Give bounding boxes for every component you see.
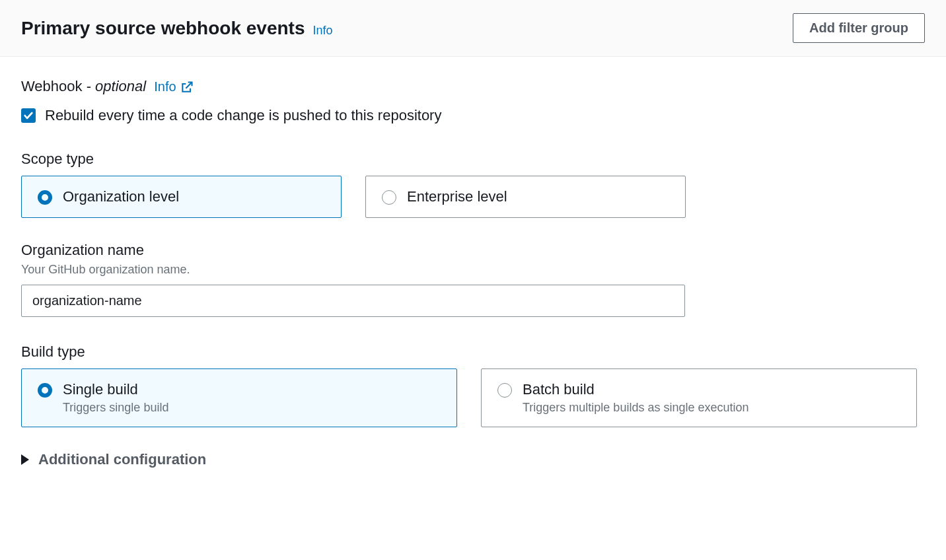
scope-type-label: Scope type <box>21 151 925 168</box>
webhook-label-optional: optional <box>95 78 146 94</box>
scope-option-label: Enterprise level <box>407 188 507 205</box>
radio-icon <box>38 190 52 205</box>
webhook-info-text: Info <box>154 79 176 94</box>
header-bar: Primary source webhook events Info Add f… <box>0 0 946 57</box>
build-type-options: Single build Triggers single build Batch… <box>21 368 925 427</box>
additional-configuration-toggle[interactable]: Additional configuration <box>21 451 925 468</box>
external-link-icon <box>180 81 194 94</box>
webhook-info-link[interactable]: Info <box>154 79 193 94</box>
build-option-label: Batch build <box>523 381 749 398</box>
org-name-label: Organization name <box>21 242 925 259</box>
scope-option-organization[interactable]: Organization level <box>21 176 342 218</box>
build-option-batch[interactable]: Batch build Triggers multiple builds as … <box>481 368 917 427</box>
page-title: Primary source webhook events <box>21 18 305 39</box>
caret-right-icon <box>21 454 29 465</box>
build-option-desc: Triggers single build <box>63 401 168 415</box>
build-option-desc: Triggers multiple builds as single execu… <box>523 401 749 415</box>
rebuild-checkbox-label: Rebuild every time a code change is push… <box>45 107 441 124</box>
radio-icon <box>38 383 52 398</box>
build-option-label: Single build <box>63 381 168 398</box>
check-icon <box>23 110 34 121</box>
scope-type-options: Organization level Enterprise level <box>21 176 925 218</box>
rebuild-checkbox-row[interactable]: Rebuild every time a code change is push… <box>21 107 925 124</box>
radio-icon <box>497 383 512 398</box>
radio-icon <box>382 190 396 205</box>
build-type-label: Build type <box>21 343 925 361</box>
build-option-single[interactable]: Single build Triggers single build <box>21 368 457 427</box>
webhook-section-label: Webhook - optional Info <box>21 78 925 95</box>
header-info-link[interactable]: Info <box>313 24 333 38</box>
content-area: Webhook - optional Info Rebuild every ti… <box>0 57 946 489</box>
add-filter-group-button[interactable]: Add filter group <box>793 13 925 43</box>
additional-configuration-label: Additional configuration <box>38 451 206 468</box>
webhook-label-prefix: Webhook - <box>21 78 95 94</box>
scope-option-enterprise[interactable]: Enterprise level <box>365 176 686 218</box>
rebuild-checkbox[interactable] <box>21 108 36 123</box>
org-name-hint: Your GitHub organization name. <box>21 263 925 277</box>
header-title-wrap: Primary source webhook events Info <box>21 18 333 39</box>
scope-option-label: Organization level <box>63 188 179 205</box>
org-name-input[interactable] <box>21 285 685 317</box>
